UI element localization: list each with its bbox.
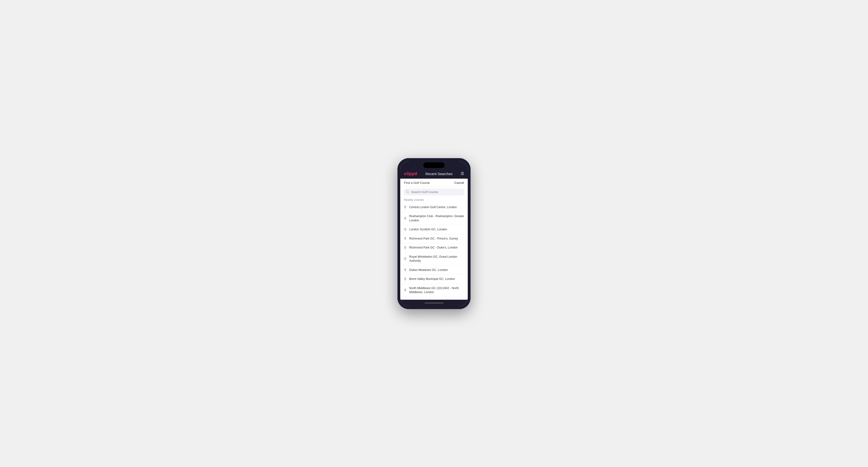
location-pin-icon bbox=[404, 278, 407, 281]
phone-frame: clippd Recent Searches ☰ Find a Golf Cou… bbox=[397, 158, 471, 309]
course-name: North Middlesex GC (1011942 - North Midd… bbox=[409, 286, 464, 294]
course-name: Richmond Park GC - Prince's, Surrey bbox=[409, 237, 458, 241]
course-name: Brent Valley Municipal GC, London bbox=[409, 277, 455, 281]
list-item[interactable]: Richmond Park GC - Prince's, Surrey bbox=[400, 234, 468, 244]
list-item[interactable]: London Scottish GC, London bbox=[400, 225, 468, 234]
search-container bbox=[400, 187, 468, 197]
location-pin-icon bbox=[404, 246, 407, 249]
location-pin-icon bbox=[404, 289, 407, 292]
list-item[interactable]: Dukes Meadows GC, London bbox=[400, 266, 468, 275]
search-icon bbox=[406, 190, 409, 193]
header-title: Recent Searches bbox=[425, 172, 453, 176]
course-list: Central London Golf Centre, LondonRoeham… bbox=[400, 203, 468, 300]
dynamic-island bbox=[423, 162, 445, 168]
list-item[interactable]: Royal Wimbledon GC, Great London Authori… bbox=[400, 252, 468, 266]
home-bar bbox=[425, 303, 443, 304]
svg-line-1 bbox=[408, 192, 409, 193]
list-item[interactable]: North Middlesex GC (1011942 - North Midd… bbox=[400, 284, 468, 297]
location-pin-icon bbox=[404, 206, 407, 209]
list-item[interactable]: Coombe Hill GC, Kingston upon Thames bbox=[400, 297, 468, 300]
location-pin-icon bbox=[404, 228, 407, 231]
course-name: Dukes Meadows GC, London bbox=[409, 268, 448, 272]
list-item[interactable]: Central London Golf Centre, London bbox=[400, 203, 468, 212]
course-name: Roehampton Club - Roehampton, Greater Lo… bbox=[409, 214, 464, 222]
phone-screen: clippd Recent Searches ☰ Find a Golf Cou… bbox=[400, 161, 468, 306]
location-pin-icon bbox=[404, 257, 407, 260]
nearby-label: Nearby courses bbox=[400, 197, 468, 203]
list-item[interactable]: Richmond Park GC - Duke's, London bbox=[400, 243, 468, 252]
cancel-button[interactable]: Cancel bbox=[455, 181, 464, 185]
find-bar: Find a Golf Course Cancel bbox=[400, 179, 468, 187]
menu-icon[interactable]: ☰ bbox=[461, 172, 464, 176]
search-input[interactable] bbox=[411, 190, 462, 194]
list-item[interactable]: Brent Valley Municipal GC, London bbox=[400, 275, 468, 284]
course-name: London Scottish GC, London bbox=[409, 227, 447, 232]
status-bar bbox=[400, 161, 468, 169]
list-item[interactable]: Roehampton Club - Roehampton, Greater Lo… bbox=[400, 212, 468, 225]
course-name: Central London Golf Centre, London bbox=[409, 205, 457, 210]
app-logo: clippd bbox=[404, 171, 417, 176]
main-content: Find a Golf Course Cancel Nearby courses… bbox=[400, 179, 468, 300]
app-header: clippd Recent Searches ☰ bbox=[400, 169, 468, 179]
find-label: Find a Golf Course bbox=[404, 181, 430, 185]
location-pin-icon bbox=[404, 237, 407, 240]
course-name: Royal Wimbledon GC, Great London Authori… bbox=[409, 255, 464, 263]
location-pin-icon bbox=[404, 217, 407, 220]
search-box[interactable] bbox=[404, 189, 464, 195]
home-indicator bbox=[400, 300, 468, 306]
course-name: Richmond Park GC - Duke's, London bbox=[409, 246, 458, 250]
location-pin-icon bbox=[404, 268, 407, 272]
